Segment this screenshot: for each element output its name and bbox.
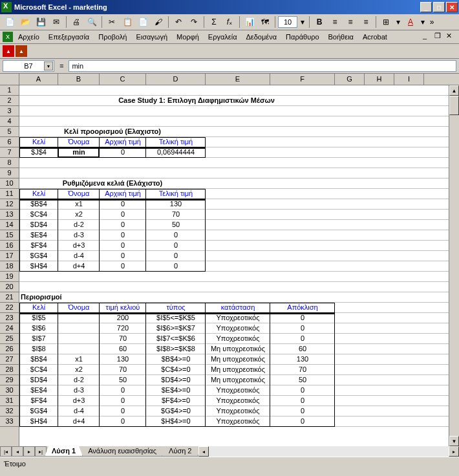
cell-r26c5[interactable]: 60	[270, 344, 335, 354]
menu-data[interactable]: Δεδομένα	[242, 32, 281, 42]
row-header-9[interactable]: 9	[0, 168, 19, 178]
menu-tools[interactable]: Εργαλεία	[204, 32, 241, 42]
cell-r32c4[interactable]: Υποχρεοτικός	[206, 406, 270, 416]
row-header-19[interactable]: 19	[0, 272, 19, 282]
namebox-dropdown[interactable]: ▼	[44, 61, 53, 70]
print-button[interactable]: 🖨	[69, 16, 83, 28]
col-header-A[interactable]: A	[19, 74, 58, 85]
cell-r12c0[interactable]: $B$4	[19, 199, 58, 210]
sheet-tab-3[interactable]: Λύση 2	[162, 446, 198, 457]
row-header-14[interactable]: 14	[0, 220, 19, 230]
doc-close[interactable]: ✕	[446, 32, 456, 41]
cell-r10c0[interactable]: Ρυθμιζόμενα κελιά (Ελάχιστο)	[19, 178, 206, 189]
cell-r31c1[interactable]: d+3	[58, 396, 100, 406]
cell-r24c2[interactable]: 720	[100, 323, 146, 334]
row-header-16[interactable]: 16	[0, 241, 19, 251]
cell-r30c1[interactable]: d-3	[58, 385, 100, 396]
row-header-13[interactable]: 13	[0, 210, 19, 220]
col-header-I[interactable]: I	[394, 74, 424, 85]
font-color-dropdown[interactable]: ▾	[419, 16, 427, 28]
cell-r28c0[interactable]: $C$4	[19, 365, 58, 375]
cell-r25c5[interactable]: 0	[270, 334, 335, 344]
cell-r17c1[interactable]: d-4	[58, 251, 100, 261]
cell-r25c3[interactable]: $I$7<=$K$6	[146, 334, 206, 344]
cell-r29c4[interactable]: Μη υποχρεοτικός	[206, 375, 270, 385]
row-header-20[interactable]: 20	[0, 282, 19, 292]
cell-r29c1[interactable]: d-2	[58, 375, 100, 385]
cell-r5c0[interactable]: Κελί προορισμού (Ελαχιστο)	[19, 127, 206, 137]
cell-r17c3[interactable]: 0	[146, 251, 206, 261]
doc-icon[interactable]: X	[3, 32, 13, 42]
row-header-4[interactable]: 4	[0, 116, 19, 127]
row-header-11[interactable]: 11	[0, 189, 19, 199]
cell-r6c2[interactable]: Αρχική τιμή	[100, 137, 146, 147]
cell-r32c2[interactable]: 0	[100, 406, 146, 416]
cell-r28c1[interactable]: x2	[58, 365, 100, 375]
col-header-E[interactable]: E	[206, 74, 270, 85]
preview-button[interactable]: 🔍	[85, 16, 99, 28]
menu-file[interactable]: Αρχείο	[14, 32, 43, 42]
cell-r29c5[interactable]: 50	[270, 375, 335, 385]
tab-prev[interactable]: ◂	[12, 446, 23, 457]
cell-r11c2[interactable]: Αρχική τιμή	[100, 189, 146, 199]
cell-r16c1[interactable]: d+3	[58, 241, 100, 251]
menu-edit[interactable]: Επεξεργασία	[45, 32, 93, 42]
cell-r16c3[interactable]: 0	[146, 241, 206, 251]
sheet-tab-1[interactable]: Λύση 1	[45, 446, 83, 457]
cell-r13c0[interactable]: $C$4	[19, 210, 58, 220]
col-header-H[interactable]: H	[365, 74, 394, 85]
name-box[interactable]: B7 ▼	[3, 60, 54, 72]
borders-dropdown[interactable]: ▾	[394, 16, 402, 28]
align-center-button[interactable]: ≡	[343, 16, 358, 28]
cell-r22c5[interactable]: Απόκλιση	[270, 303, 335, 313]
cell-r18c1[interactable]: d+4	[58, 261, 100, 272]
cell-r31c3[interactable]: $F$4>=0	[146, 396, 206, 406]
row-header-10[interactable]: 10	[0, 178, 19, 189]
formula-bar[interactable]: min	[69, 60, 456, 72]
function-button[interactable]: fₓ	[222, 16, 237, 28]
cell-r13c1[interactable]: x2	[58, 210, 100, 220]
cell-r30c5[interactable]: 0	[270, 385, 335, 396]
hscroll-right[interactable]: ▸	[449, 446, 459, 457]
row-header-28[interactable]: 28	[0, 365, 19, 375]
row-header-31[interactable]: 31	[0, 396, 19, 406]
row-header-8[interactable]: 8	[0, 158, 19, 168]
row-header-30[interactable]: 30	[0, 385, 19, 396]
row-header-6[interactable]: 6	[0, 137, 19, 147]
col-header-D[interactable]: D	[146, 74, 206, 85]
cell-r30c0[interactable]: $E$4	[19, 385, 58, 396]
cell-r15c0[interactable]: $E$4	[19, 230, 58, 241]
cut-button[interactable]: ✂	[105, 16, 119, 28]
cell-r31c5[interactable]: 0	[270, 396, 335, 406]
cell-r32c0[interactable]: $G$4	[19, 406, 58, 416]
scroll-thumb[interactable]	[449, 96, 459, 115]
cell-r28c4[interactable]: Μη υποχρεοτικός	[206, 365, 270, 375]
chart-button[interactable]: 📊	[242, 16, 257, 28]
cell-r30c4[interactable]: Υποχρεοτικός	[206, 385, 270, 396]
cell-r23c3[interactable]: $I$5<=$K$5	[146, 313, 206, 323]
row-header-22[interactable]: 22	[0, 303, 19, 313]
tab-first[interactable]: |◂	[0, 446, 12, 457]
row-header-25[interactable]: 25	[0, 334, 19, 344]
row-header-15[interactable]: 15	[0, 230, 19, 241]
cell-r27c3[interactable]: $B$4>=0	[146, 354, 206, 365]
cell-r17c0[interactable]: $G$4	[19, 251, 58, 261]
cell-r30c3[interactable]: $E$4>=0	[146, 385, 206, 396]
cell-r29c2[interactable]: 50	[100, 375, 146, 385]
vertical-scrollbar[interactable]: ▲ ▼	[449, 85, 459, 446]
sheet-tab-2[interactable]: Ανάλυση ευαισθησίας	[81, 446, 164, 457]
menu-format[interactable]: Μορφή	[173, 32, 203, 42]
cell-r14c1[interactable]: d-2	[58, 220, 100, 230]
cell-r14c3[interactable]: 50	[146, 220, 206, 230]
cell-r24c1[interactable]	[58, 323, 100, 334]
close-button[interactable]: ✕	[446, 2, 458, 12]
cell-r33c2[interactable]: 0	[100, 416, 146, 427]
cell-r23c4[interactable]: Υποχρεοτικός	[206, 313, 270, 323]
cell-r22c3[interactable]: τύπος	[146, 303, 206, 313]
cell-r24c3[interactable]: $I$6>=$K$7	[146, 323, 206, 334]
cell-r23c0[interactable]: $I$5	[19, 313, 58, 323]
cell-r24c0[interactable]: $I$6	[19, 323, 58, 334]
align-right-button[interactable]: ≡	[359, 16, 373, 28]
tab-last[interactable]: ▸|	[35, 446, 47, 457]
row-header-12[interactable]: 12	[0, 199, 19, 210]
